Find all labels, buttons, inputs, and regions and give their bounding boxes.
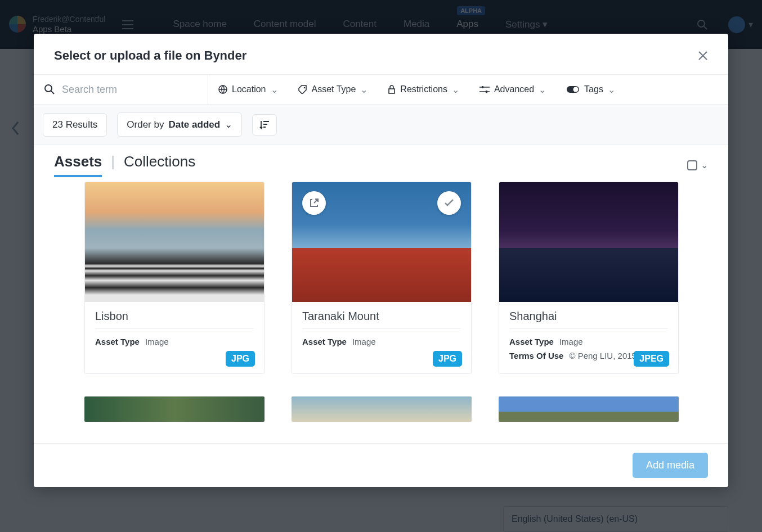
- bynder-modal: Select or upload a file on Bynder Locati…: [34, 34, 728, 487]
- asset-thumbnail-partial[interactable]: [292, 396, 472, 422]
- asset-grid-row2: [84, 396, 708, 422]
- asset-grid: Lisbon Asset Type Image JPG: [84, 182, 708, 374]
- asset-card[interactable]: Shanghai Asset Type Image Terms Of Use ©…: [499, 182, 679, 374]
- asset-thumbnail: [292, 182, 471, 302]
- asset-card[interactable]: Taranaki Mount Asset Type Image JPG: [292, 182, 472, 374]
- filter-tags-label: Tags: [584, 84, 603, 94]
- svg-rect-4: [389, 89, 395, 93]
- asset-thumbnail: [85, 182, 264, 302]
- sort-icon: [259, 120, 270, 129]
- results-count-text: 23 Results: [52, 119, 97, 130]
- asset-thumbnail-partial[interactable]: [499, 396, 679, 422]
- tag-icon: [298, 85, 307, 94]
- chevron-down-icon: ⌄: [701, 160, 708, 170]
- asset-grid-container: Lisbon Asset Type Image JPG: [34, 182, 728, 443]
- svg-rect-5: [482, 86, 483, 88]
- add-media-button[interactable]: Add media: [633, 453, 708, 478]
- chevron-down-icon: ⌄: [608, 84, 615, 95]
- asset-title: Lisbon: [95, 310, 254, 329]
- asset-type-label: Asset Type: [95, 337, 140, 346]
- results-bar: 23 Results Order by Date added ⌄: [34, 105, 728, 145]
- terms-value: © Peng LIU, 2015: [569, 351, 636, 360]
- terms-label: Terms Of Use: [509, 351, 563, 360]
- external-link-icon: [309, 198, 319, 208]
- select-all-dropdown[interactable]: ⌄: [687, 160, 708, 170]
- asset-type-label: Asset Type: [302, 337, 347, 346]
- order-by-select[interactable]: Order by Date added ⌄: [117, 112, 242, 137]
- svg-rect-6: [486, 91, 487, 93]
- open-external-button[interactable]: [302, 191, 326, 215]
- tabs-row: Assets | Collections ⌄: [34, 145, 728, 182]
- filter-tags[interactable]: Tags ⌄: [556, 75, 625, 104]
- filter-advanced[interactable]: Advanced ⌄: [469, 75, 556, 104]
- filter-location-label: Location: [232, 84, 266, 94]
- asset-title: Taranaki Mount: [302, 310, 461, 329]
- svg-point-3: [303, 87, 305, 89]
- format-badge: JPG: [226, 351, 255, 367]
- chevron-down-icon: ⌄: [225, 119, 232, 130]
- asset-type-value: Image: [352, 337, 376, 346]
- asset-type-value: Image: [559, 337, 583, 346]
- sliders-icon: [479, 85, 490, 93]
- tab-collections[interactable]: Collections: [124, 153, 195, 175]
- filter-asset-type[interactable]: Asset Type ⌄: [288, 75, 378, 104]
- chevron-down-icon: ⌄: [360, 84, 367, 95]
- asset-thumbnail-partial[interactable]: [84, 396, 265, 422]
- svg-point-8: [573, 87, 579, 92]
- modal-header: Select or upload a file on Bynder: [34, 34, 728, 74]
- search-icon: [44, 84, 55, 95]
- format-badge: JPEG: [634, 351, 669, 367]
- globe-icon: [218, 85, 227, 94]
- asset-type-label: Asset Type: [509, 337, 554, 346]
- search-field[interactable]: [39, 75, 208, 104]
- chevron-down-icon: ⌄: [271, 84, 278, 95]
- select-asset-button[interactable]: [437, 191, 461, 215]
- asset-title: Shanghai: [509, 310, 668, 329]
- filter-advanced-label: Advanced: [494, 84, 534, 94]
- toggle-icon: [566, 85, 580, 93]
- chevron-down-icon: ⌄: [539, 84, 546, 95]
- filter-bar: Location ⌄ Asset Type ⌄ Restrictions ⌄ A…: [34, 74, 728, 105]
- svg-point-1: [45, 85, 52, 92]
- asset-type-value: Image: [145, 337, 169, 346]
- tab-separator: |: [111, 153, 115, 170]
- filter-asset-type-label: Asset Type: [312, 84, 356, 94]
- checkbox-icon: [687, 160, 697, 170]
- results-count: 23 Results: [43, 113, 107, 137]
- asset-card[interactable]: Lisbon Asset Type Image JPG: [84, 182, 265, 374]
- filter-location[interactable]: Location ⌄: [208, 75, 288, 104]
- modal-footer: Add media: [34, 443, 728, 487]
- check-icon: [444, 199, 454, 207]
- order-by-prefix: Order by: [127, 119, 164, 130]
- format-badge: JPG: [433, 351, 462, 367]
- close-icon[interactable]: [698, 51, 708, 61]
- filter-restrictions[interactable]: Restrictions ⌄: [378, 75, 469, 104]
- tab-assets[interactable]: Assets: [54, 153, 102, 177]
- asset-thumbnail: [499, 182, 678, 302]
- modal-title: Select or upload a file on Bynder: [54, 48, 246, 63]
- chevron-down-icon: ⌄: [452, 84, 459, 95]
- search-input[interactable]: [62, 84, 186, 96]
- lock-icon: [388, 85, 396, 94]
- order-by-value: Date added: [168, 119, 220, 130]
- filter-restrictions-label: Restrictions: [400, 84, 447, 94]
- sort-direction-button[interactable]: [252, 114, 277, 136]
- tabs: Assets | Collections: [54, 153, 195, 177]
